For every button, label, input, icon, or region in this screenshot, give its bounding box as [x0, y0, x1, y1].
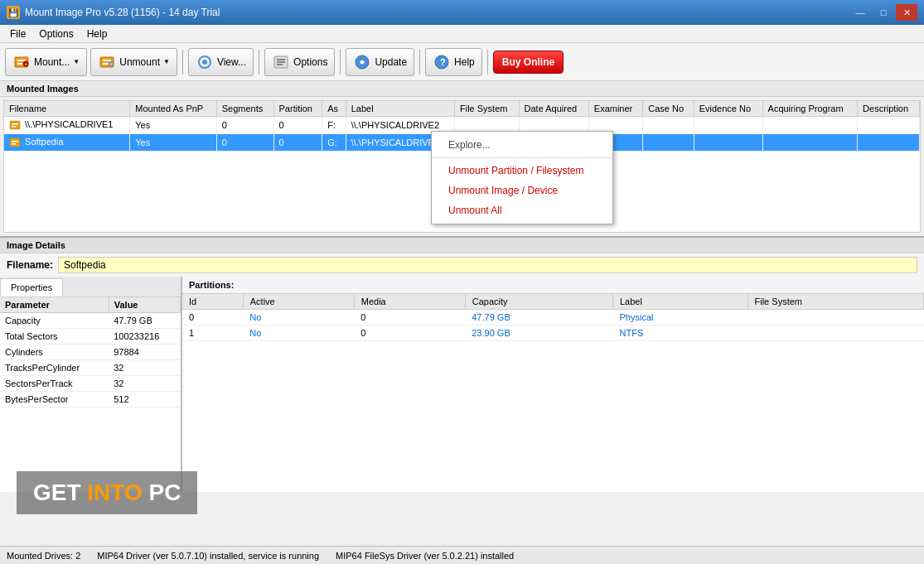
- window-title: Mount Image Pro v5.28 (1156) - 14 day Tr…: [25, 7, 220, 18]
- status-mounted-drives: Mounted Drives: 2: [7, 551, 80, 561]
- col-as: As: [322, 101, 346, 117]
- buy-online-button[interactable]: Buy Online: [493, 51, 564, 74]
- context-menu-separator: [432, 157, 612, 158]
- table-header-row: Filename Mounted As PnP Segments Partiti…: [4, 101, 920, 117]
- props-param: Total Sectors: [0, 329, 109, 345]
- col-mounted-as-pnp: Mounted As PnP: [130, 101, 216, 117]
- props-param: BytesPerSector: [0, 392, 109, 407]
- app-icon: 💾: [7, 6, 20, 19]
- svg-text:+: +: [25, 61, 27, 66]
- cell-evidence: [694, 134, 762, 152]
- cell-mounted-as-pnp: Yes: [130, 134, 216, 152]
- filename-label: Filename:: [7, 259, 53, 271]
- col-segments: Segments: [216, 101, 273, 117]
- unmount-label: Unmount: [119, 56, 160, 68]
- props-param: TracksPerCylinder: [0, 360, 109, 376]
- cell-as: G:: [322, 134, 346, 152]
- part-id: 1: [182, 325, 243, 341]
- toolbar-separator-4: [419, 50, 420, 75]
- toolbar-separator-1: [182, 50, 183, 75]
- partition-row[interactable]: 0 No 0 47.79 GB Physical: [182, 310, 924, 325]
- context-menu-explore[interactable]: Explore...: [432, 135, 612, 155]
- props-row: TracksPerCylinder 32: [0, 360, 181, 376]
- menu-help[interactable]: Help: [80, 27, 114, 41]
- part-capacity: 23.90 GB: [465, 325, 612, 341]
- options-button[interactable]: Options: [264, 48, 335, 76]
- part-fs: [747, 310, 923, 325]
- toolbar-separator-2: [259, 50, 259, 75]
- context-menu-unmount-all[interactable]: Unmount All: [432, 200, 612, 220]
- svg-rect-21: [12, 126, 16, 128]
- unmount-dropdown-icon: ▼: [163, 58, 170, 65]
- props-param: Capacity: [0, 313, 109, 329]
- svg-rect-2: [17, 63, 23, 65]
- update-label: Update: [375, 56, 407, 68]
- partition-row[interactable]: 1 No 0 23.90 GB NTFS: [182, 325, 924, 341]
- context-menu: Explore... Unmount Partition / Filesyste…: [431, 131, 613, 224]
- properties-panel: Properties Parameter Value Capacity 47.7…: [0, 277, 182, 492]
- part-col-media: Media: [354, 294, 465, 310]
- svg-rect-20: [12, 123, 18, 125]
- svg-rect-24: [12, 143, 16, 145]
- bottom-panel: Image Details Filename: Softpedia Proper…: [0, 236, 924, 492]
- part-media: 0: [354, 325, 465, 341]
- partitions-table: Id Active Media Capacity Label File Syst…: [182, 294, 924, 341]
- context-menu-unmount-image[interactable]: Unmount Image / Device: [432, 181, 612, 200]
- part-capacity: 47.79 GB: [465, 310, 612, 325]
- cell-partition: 0: [273, 117, 322, 134]
- cell-segments: 0: [216, 134, 273, 152]
- props-value: 47.79 GB: [109, 313, 180, 329]
- partitions-panel: Partitions: Id Active Media Capacity Lab…: [182, 277, 924, 492]
- svg-rect-23: [12, 141, 18, 142]
- mount-icon: +: [12, 53, 31, 71]
- update-button[interactable]: Update: [346, 48, 414, 76]
- props-row: BytesPerSector 512: [0, 392, 181, 407]
- part-col-active: Active: [243, 294, 354, 310]
- props-value: 512: [109, 392, 180, 407]
- filename-value: Softpedia: [58, 257, 917, 273]
- status-driver2: MIP64 FileSys Driver (ver 5.0.2.21) inst…: [336, 551, 514, 561]
- cell-case: [643, 117, 694, 134]
- minimize-button[interactable]: —: [849, 4, 871, 21]
- maximize-button[interactable]: □: [873, 4, 894, 21]
- help-label: Help: [454, 56, 475, 68]
- col-label: Label: [346, 101, 454, 117]
- part-active: No: [243, 310, 354, 325]
- cell-evidence: [694, 117, 762, 134]
- svg-rect-19: [10, 121, 20, 129]
- part-col-label: Label: [613, 294, 748, 310]
- mounted-images-label: Mounted Images: [0, 81, 924, 97]
- cell-acquiring: [762, 134, 858, 152]
- cell-description: [858, 117, 920, 134]
- col-case-no: Case No: [643, 101, 694, 117]
- unmount-icon: -: [98, 53, 116, 71]
- view-icon: [196, 53, 214, 71]
- cell-mounted-as-pnp: Yes: [130, 117, 216, 134]
- context-menu-unmount-partition[interactable]: Unmount Partition / Filesystem: [432, 161, 612, 181]
- cell-acquiring: [762, 117, 858, 134]
- menu-options[interactable]: Options: [32, 27, 80, 41]
- toolbar: + Mount... ▼ - Unmount ▼ View...: [0, 43, 924, 81]
- unmount-button[interactable]: - Unmount ▼: [90, 48, 177, 76]
- col-partition: Partition: [273, 101, 322, 117]
- col-acquiring-program: Acquiring Program: [762, 101, 858, 117]
- part-fs: [747, 325, 923, 341]
- props-col-parameter: Parameter: [0, 297, 109, 313]
- props-value: 32: [109, 360, 180, 376]
- view-button[interactable]: View...: [188, 48, 254, 76]
- close-button[interactable]: ✕: [896, 4, 917, 21]
- cell-as: F:: [322, 117, 346, 134]
- tab-bar: Properties: [0, 277, 181, 297]
- svg-rect-7: [103, 63, 109, 65]
- tab-properties[interactable]: Properties: [0, 278, 63, 296]
- help-button[interactable]: ? Help: [425, 48, 482, 76]
- part-active: No: [243, 325, 354, 341]
- mount-button[interactable]: + Mount... ▼: [5, 48, 87, 76]
- menu-file[interactable]: File: [3, 27, 32, 41]
- mount-dropdown-icon: ▼: [73, 58, 80, 65]
- col-date-aquired: Date Aquired: [519, 101, 588, 117]
- props-value: 32: [109, 376, 180, 392]
- col-file-system: File System: [455, 101, 520, 117]
- part-col-capacity: Capacity: [465, 294, 612, 310]
- toolbar-separator-5: [487, 50, 488, 75]
